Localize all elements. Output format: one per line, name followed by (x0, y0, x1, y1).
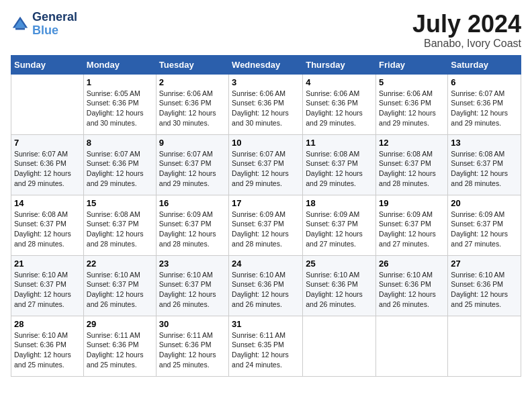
day-info: Sunrise: 6:06 AMSunset: 6:36 PMDaylight:… (379, 89, 445, 128)
calendar-day-cell: 31Sunrise: 6:11 AMSunset: 6:35 PMDayligh… (229, 316, 303, 376)
day-number: 17 (232, 198, 300, 208)
calendar-day-cell: 27Sunrise: 6:10 AMSunset: 6:36 PMDayligh… (448, 255, 521, 316)
day-info: Sunrise: 6:09 AMSunset: 6:37 PMDaylight:… (232, 210, 300, 249)
calendar-subtitle: Banabo, Ivory Coast (412, 38, 521, 50)
day-info: Sunrise: 6:08 AMSunset: 6:37 PMDaylight:… (87, 210, 153, 249)
day-number: 9 (159, 138, 226, 148)
day-number: 24 (232, 259, 300, 269)
logo: General Blue (11, 11, 77, 38)
calendar-day-cell: 11Sunrise: 6:08 AMSunset: 6:37 PMDayligh… (303, 134, 376, 195)
calendar-day-cell: 18Sunrise: 6:09 AMSunset: 6:37 PMDayligh… (303, 195, 376, 255)
day-info: Sunrise: 6:07 AMSunset: 6:37 PMDaylight:… (232, 149, 300, 189)
day-number: 1 (87, 77, 153, 87)
day-info: Sunrise: 6:11 AMSunset: 6:36 PMDaylight:… (87, 330, 153, 370)
calendar-day-cell: 12Sunrise: 6:08 AMSunset: 6:37 PMDayligh… (376, 134, 448, 195)
day-info: Sunrise: 6:05 AMSunset: 6:36 PMDaylight:… (87, 89, 153, 128)
calendar-day-cell: 25Sunrise: 6:10 AMSunset: 6:36 PMDayligh… (303, 255, 376, 316)
day-number: 10 (232, 138, 300, 148)
calendar-day-cell: 6Sunrise: 6:07 AMSunset: 6:36 PMDaylight… (448, 74, 521, 134)
day-number: 5 (379, 77, 445, 87)
calendar-week-row: 28Sunrise: 6:10 AMSunset: 6:36 PMDayligh… (11, 316, 521, 376)
day-info: Sunrise: 6:11 AMSunset: 6:35 PMDaylight:… (232, 330, 300, 370)
day-info: Sunrise: 6:06 AMSunset: 6:36 PMDaylight:… (306, 89, 373, 128)
calendar-day-cell: 26Sunrise: 6:10 AMSunset: 6:36 PMDayligh… (376, 255, 448, 316)
calendar-day-cell (11, 74, 84, 134)
weekday-header-friday: Friday (376, 55, 448, 74)
day-info: Sunrise: 6:08 AMSunset: 6:37 PMDaylight:… (379, 149, 445, 189)
day-number: 30 (159, 319, 226, 329)
calendar-day-cell: 10Sunrise: 6:07 AMSunset: 6:37 PMDayligh… (229, 134, 303, 195)
day-info: Sunrise: 6:06 AMSunset: 6:36 PMDaylight:… (232, 89, 300, 128)
day-info: Sunrise: 6:08 AMSunset: 6:37 PMDaylight:… (306, 149, 373, 189)
day-number: 22 (87, 259, 153, 269)
calendar-day-cell: 28Sunrise: 6:10 AMSunset: 6:36 PMDayligh… (11, 316, 84, 376)
title-block: July 2024 Banabo, Ivory Coast (412, 11, 521, 50)
calendar-header-row: SundayMondayTuesdayWednesdayThursdayFrid… (11, 55, 521, 74)
day-info: Sunrise: 6:09 AMSunset: 6:37 PMDaylight:… (306, 210, 373, 249)
day-info: Sunrise: 6:08 AMSunset: 6:37 PMDaylight:… (451, 149, 518, 189)
day-number: 27 (451, 259, 518, 269)
day-number: 12 (379, 138, 445, 148)
calendar-day-cell: 29Sunrise: 6:11 AMSunset: 6:36 PMDayligh… (83, 316, 156, 376)
weekday-header-monday: Monday (83, 55, 156, 74)
day-number: 4 (306, 77, 373, 87)
day-number: 7 (14, 138, 81, 148)
day-info: Sunrise: 6:11 AMSunset: 6:36 PMDaylight:… (159, 330, 226, 370)
day-info: Sunrise: 6:07 AMSunset: 6:37 PMDaylight:… (159, 149, 226, 189)
logo-text: General Blue (32, 11, 77, 38)
day-info: Sunrise: 6:09 AMSunset: 6:37 PMDaylight:… (159, 210, 226, 249)
day-number: 2 (159, 77, 226, 87)
calendar-day-cell: 9Sunrise: 6:07 AMSunset: 6:37 PMDaylight… (156, 134, 228, 195)
day-info: Sunrise: 6:10 AMSunset: 6:36 PMDaylight:… (306, 270, 373, 310)
calendar-day-cell: 19Sunrise: 6:09 AMSunset: 6:37 PMDayligh… (376, 195, 448, 255)
calendar-day-cell: 30Sunrise: 6:11 AMSunset: 6:36 PMDayligh… (156, 316, 228, 376)
day-number: 20 (451, 198, 518, 208)
page-header: General Blue July 2024 Banabo, Ivory Coa… (11, 11, 521, 50)
day-number: 23 (159, 259, 226, 269)
calendar-day-cell: 8Sunrise: 6:07 AMSunset: 6:36 PMDaylight… (83, 134, 156, 195)
day-number: 19 (379, 198, 445, 208)
day-info: Sunrise: 6:07 AMSunset: 6:36 PMDaylight:… (451, 89, 518, 128)
day-number: 31 (232, 319, 300, 329)
calendar-day-cell (303, 316, 376, 376)
calendar-day-cell: 22Sunrise: 6:10 AMSunset: 6:37 PMDayligh… (83, 255, 156, 316)
day-number: 28 (14, 319, 81, 329)
day-info: Sunrise: 6:10 AMSunset: 6:36 PMDaylight:… (14, 330, 81, 370)
day-number: 18 (306, 198, 373, 208)
calendar-day-cell: 23Sunrise: 6:10 AMSunset: 6:37 PMDayligh… (156, 255, 228, 316)
day-info: Sunrise: 6:10 AMSunset: 6:37 PMDaylight:… (159, 270, 226, 310)
day-number: 15 (87, 198, 153, 208)
day-info: Sunrise: 6:09 AMSunset: 6:37 PMDaylight:… (379, 210, 445, 249)
weekday-header-saturday: Saturday (448, 55, 521, 74)
calendar-week-row: 21Sunrise: 6:10 AMSunset: 6:37 PMDayligh… (11, 255, 521, 316)
day-number: 26 (379, 259, 445, 269)
weekday-header-thursday: Thursday (303, 55, 376, 74)
calendar-day-cell: 4Sunrise: 6:06 AMSunset: 6:36 PMDaylight… (303, 74, 376, 134)
calendar-day-cell: 17Sunrise: 6:09 AMSunset: 6:37 PMDayligh… (229, 195, 303, 255)
day-number: 6 (451, 77, 518, 87)
calendar-day-cell: 16Sunrise: 6:09 AMSunset: 6:37 PMDayligh… (156, 195, 228, 255)
day-info: Sunrise: 6:06 AMSunset: 6:36 PMDaylight:… (159, 89, 226, 128)
calendar-day-cell: 7Sunrise: 6:07 AMSunset: 6:36 PMDaylight… (11, 134, 84, 195)
weekday-header-sunday: Sunday (11, 55, 84, 74)
logo-icon (11, 15, 30, 34)
calendar-day-cell (376, 316, 448, 376)
weekday-header-wednesday: Wednesday (229, 55, 303, 74)
calendar-day-cell: 5Sunrise: 6:06 AMSunset: 6:36 PMDaylight… (376, 74, 448, 134)
day-info: Sunrise: 6:10 AMSunset: 6:37 PMDaylight:… (14, 270, 81, 310)
day-info: Sunrise: 6:10 AMSunset: 6:36 PMDaylight:… (379, 270, 445, 310)
day-number: 8 (87, 138, 153, 148)
calendar-week-row: 14Sunrise: 6:08 AMSunset: 6:37 PMDayligh… (11, 195, 521, 255)
weekday-header-tuesday: Tuesday (156, 55, 228, 74)
calendar-day-cell: 3Sunrise: 6:06 AMSunset: 6:36 PMDaylight… (229, 74, 303, 134)
calendar-day-cell: 13Sunrise: 6:08 AMSunset: 6:37 PMDayligh… (448, 134, 521, 195)
calendar-title: July 2024 (412, 11, 521, 38)
day-number: 13 (451, 138, 518, 148)
day-number: 25 (306, 259, 373, 269)
day-number: 3 (232, 77, 300, 87)
day-number: 29 (87, 319, 153, 329)
calendar-day-cell: 20Sunrise: 6:09 AMSunset: 6:37 PMDayligh… (448, 195, 521, 255)
calendar-week-row: 7Sunrise: 6:07 AMSunset: 6:36 PMDaylight… (11, 134, 521, 195)
day-info: Sunrise: 6:08 AMSunset: 6:37 PMDaylight:… (14, 210, 81, 249)
calendar-day-cell: 24Sunrise: 6:10 AMSunset: 6:36 PMDayligh… (229, 255, 303, 316)
